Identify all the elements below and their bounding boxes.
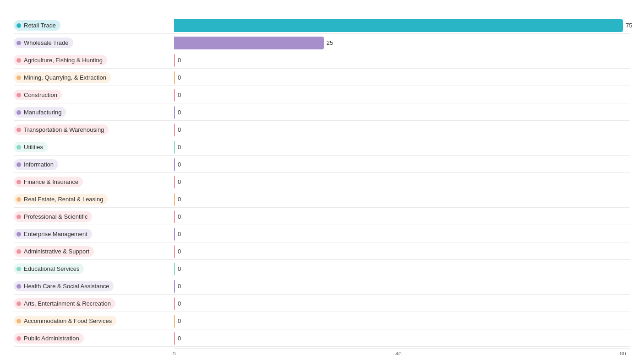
dot-icon (16, 75, 21, 80)
bar-value: 0 (178, 126, 181, 133)
bar-value: 0 (178, 109, 181, 116)
bar (174, 124, 175, 136)
chart-row: Health Care & Social Assistance0 (14, 278, 630, 295)
dot-icon (16, 249, 21, 254)
industry-label: Educational Services (24, 265, 79, 272)
bar-value: 0 (178, 335, 181, 342)
industry-label: Information (24, 161, 54, 168)
chart-row: Educational Services0 (14, 261, 630, 277)
industry-label: Arts, Entertainment & Recreation (24, 300, 111, 307)
chart-row: Retail Trade75 (14, 17, 630, 34)
industry-label: Utilities (24, 144, 43, 151)
dot-icon (16, 23, 21, 28)
bar-value: 75 (626, 22, 632, 29)
chart-row: Construction0 (14, 87, 630, 103)
chart-row: Arts, Entertainment & Recreation0 (14, 296, 630, 312)
bar (174, 106, 175, 119)
bar (174, 141, 175, 154)
bar (174, 158, 175, 171)
chart-row: Professional & Scientific0 (14, 209, 630, 225)
chart-row: Manufacturing0 (14, 104, 630, 121)
chart-row: Mining, Quarrying, & Extraction0 (14, 70, 630, 86)
industry-label: Transportation & Warehousing (24, 126, 104, 133)
dot-icon (16, 232, 21, 237)
chart-row: Information0 (14, 156, 630, 173)
industry-label: Construction (24, 91, 57, 98)
dot-icon (16, 336, 21, 341)
bar-value: 25 (327, 39, 333, 46)
dot-icon (16, 319, 21, 323)
bar (174, 19, 623, 32)
bar (174, 71, 175, 84)
bar-value: 0 (178, 300, 181, 307)
industry-label: Manufacturing (24, 109, 61, 116)
industry-label: Enterprise Management (24, 231, 87, 237)
bar-value: 0 (178, 248, 181, 255)
industry-label: Finance & Insurance (24, 178, 78, 185)
chart-row: Wholesale Trade25 (14, 35, 630, 51)
bar-value: 0 (178, 161, 181, 168)
industry-label: Wholesale Trade (24, 39, 69, 46)
industry-label: Agriculture, Fishing & Hunting (24, 57, 103, 64)
dot-icon (16, 41, 21, 45)
bar-value: 0 (178, 57, 181, 64)
dot-icon (16, 267, 21, 271)
industry-label: Professional & Scientific (24, 213, 87, 220)
dot-icon (16, 301, 21, 306)
chart-row: Utilities0 (14, 139, 630, 156)
chart-row: Public Administration0 (14, 330, 630, 347)
dot-icon (16, 145, 21, 150)
bar (174, 89, 175, 102)
bar-value: 0 (178, 317, 181, 324)
x-tick-label: 80 (620, 351, 626, 355)
bar (174, 210, 175, 223)
dot-icon (16, 128, 21, 132)
bar (174, 193, 175, 206)
bar (174, 263, 175, 275)
industry-label: Public Administration (24, 335, 79, 342)
industry-label: Retail Trade (24, 22, 56, 29)
dot-icon (16, 58, 21, 63)
bar (174, 54, 175, 67)
bar (174, 37, 324, 49)
bar (174, 297, 175, 310)
bar (174, 245, 175, 258)
chart-row: Finance & Insurance0 (14, 174, 630, 190)
bar-value: 0 (178, 265, 181, 272)
bar-value: 0 (178, 283, 181, 290)
industry-label: Accommodation & Food Services (24, 317, 112, 324)
bar (174, 176, 175, 188)
chart-row: Real Estate, Rental & Leasing0 (14, 191, 630, 208)
bar-value: 0 (178, 213, 181, 220)
dot-icon (16, 162, 21, 167)
chart-row: Transportation & Warehousing0 (14, 122, 630, 138)
industry-label: Real Estate, Rental & Leasing (24, 196, 103, 203)
dot-icon (16, 180, 21, 184)
chart-container: Retail Trade75Wholesale Trade25Agricultu… (14, 17, 630, 355)
chart-row: Accommodation & Food Services0 (14, 313, 630, 329)
bar (174, 315, 175, 328)
bar (174, 280, 175, 293)
chart-row: Agriculture, Fishing & Hunting0 (14, 52, 630, 69)
bar-value: 0 (178, 74, 181, 81)
x-axis: 04080 (174, 349, 630, 355)
bar-value: 0 (178, 178, 181, 185)
x-tick-label: 0 (173, 351, 176, 355)
bar-value: 0 (178, 144, 181, 151)
industry-label: Administrative & Support (24, 248, 89, 255)
bar-value: 0 (178, 91, 181, 98)
bar (174, 228, 175, 241)
chart-row: Enterprise Management0 (14, 226, 630, 242)
dot-icon (16, 110, 21, 115)
industry-label: Health Care & Social Assistance (24, 283, 109, 290)
dot-icon (16, 93, 21, 97)
dot-icon (16, 197, 21, 202)
bar (174, 332, 175, 345)
bar-value: 0 (178, 231, 181, 237)
bar-value: 0 (178, 196, 181, 203)
dot-icon (16, 284, 21, 289)
dot-icon (16, 215, 21, 219)
x-tick-label: 40 (395, 351, 401, 355)
chart-row: Administrative & Support0 (14, 243, 630, 260)
industry-label: Mining, Quarrying, & Extraction (24, 74, 106, 81)
